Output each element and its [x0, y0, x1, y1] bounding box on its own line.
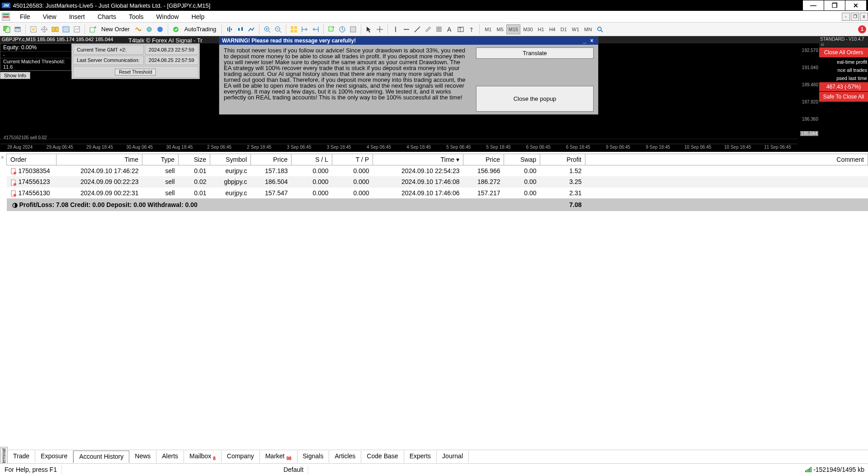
- col-header[interactable]: Time ▾: [373, 154, 463, 165]
- autotrading-icon[interactable]: [171, 24, 181, 34]
- col-header[interactable]: Size: [179, 154, 210, 165]
- timeframe-mn[interactable]: MN: [582, 24, 594, 34]
- col-header[interactable]: Price: [251, 154, 292, 165]
- strategy-tester-icon[interactable]: [72, 24, 82, 34]
- new-order-button[interactable]: New Order: [99, 26, 132, 33]
- mdi-minimize[interactable]: -: [842, 13, 850, 21]
- col-header[interactable]: Symbol: [210, 154, 251, 165]
- timeframe-d1[interactable]: D1: [558, 24, 569, 34]
- line-chart-icon[interactable]: [246, 24, 256, 34]
- navigator-icon[interactable]: [39, 24, 49, 34]
- new-order-icon[interactable]: +: [88, 24, 98, 34]
- arrows-icon[interactable]: [467, 24, 476, 34]
- table-row[interactable]: 1750383542024.09.10 17:46:22sell0.01eurj…: [7, 165, 868, 177]
- document-icon: [10, 179, 17, 186]
- zoom-in-icon[interactable]: [262, 24, 272, 34]
- col-header[interactable]: Price: [463, 154, 504, 165]
- tab-alerts[interactable]: Alerts: [156, 451, 184, 463]
- indicators-icon[interactable]: +: [326, 24, 336, 34]
- time-tick: 30 Aug 18:45: [160, 144, 199, 152]
- metaquotes-icon[interactable]: [133, 24, 143, 34]
- market-icon[interactable]: [155, 24, 165, 34]
- cursor-icon[interactable]: [364, 24, 374, 34]
- statusbar: For Help, press F1 Default -1521949/1495…: [0, 463, 868, 475]
- tab-company[interactable]: Company: [222, 451, 260, 463]
- menu-view[interactable]: View: [37, 13, 63, 20]
- autotrading-button[interactable]: AutoTrading: [182, 26, 219, 33]
- tab-market[interactable]: Market 98: [260, 451, 297, 463]
- col-header[interactable]: S / L: [292, 154, 332, 165]
- popup-minimize-icon[interactable]: _: [581, 38, 588, 44]
- popup-close-icon[interactable]: ×: [588, 38, 595, 44]
- window-minimize-button[interactable]: —: [803, 0, 824, 10]
- timeframe-h1[interactable]: H1: [536, 24, 547, 34]
- tab-trade[interactable]: Trade: [8, 451, 35, 463]
- close-popup-button[interactable]: Close the popup: [476, 86, 594, 112]
- table-row[interactable]: 1745561232024.09.09 00:22:23sell0.02gbpj…: [7, 176, 868, 187]
- col-header[interactable]: Type: [142, 154, 179, 165]
- trendline-icon[interactable]: [412, 24, 422, 34]
- bar-chart-icon[interactable]: [225, 24, 235, 34]
- auto-scroll-icon[interactable]: [311, 24, 321, 34]
- tile-windows-icon[interactable]: [289, 24, 299, 34]
- menu-help[interactable]: Help: [185, 13, 211, 20]
- signals-icon[interactable]: [144, 24, 154, 34]
- templates-icon[interactable]: [348, 24, 358, 34]
- translate-button[interactable]: Translate: [476, 47, 594, 59]
- tab-experts[interactable]: Experts: [404, 451, 437, 463]
- col-header[interactable]: Time: [57, 154, 142, 165]
- fibonacci-icon[interactable]: [434, 24, 444, 34]
- col-header[interactable]: Profit: [540, 154, 585, 165]
- mdi-close[interactable]: x: [860, 13, 868, 21]
- close-all-orders-button[interactable]: Close All Orders: [819, 47, 868, 57]
- notification-badge[interactable]: 1: [858, 25, 866, 33]
- menu-insert[interactable]: Insert: [63, 13, 91, 20]
- safe-close-button[interactable]: Safe To Close All: [819, 92, 868, 102]
- vert-line-icon[interactable]: [391, 24, 401, 34]
- col-header[interactable]: Comment: [585, 154, 868, 165]
- candle-chart-icon[interactable]: [236, 24, 245, 34]
- tab-mailbox[interactable]: Mailbox 8: [184, 451, 222, 463]
- table-row[interactable]: 1745561302024.09.09 00:22:31sell0.01eurj…: [7, 188, 868, 198]
- ea-info-line: eal-time profit: [819, 58, 868, 66]
- crosshair-icon[interactable]: [375, 24, 385, 34]
- text-label-icon[interactable]: T: [456, 24, 466, 34]
- periods-icon[interactable]: [337, 24, 347, 34]
- col-header[interactable]: Order: [7, 154, 57, 165]
- terminal-close-icon[interactable]: ×: [1, 155, 4, 160]
- market-watch-icon[interactable]: [28, 24, 38, 34]
- timeframe-w1[interactable]: W1: [570, 24, 582, 34]
- search-icon[interactable]: [595, 24, 605, 34]
- timeframe-m5[interactable]: M5: [494, 24, 505, 34]
- data-window-icon[interactable]: [50, 24, 60, 34]
- new-chart-icon[interactable]: +: [2, 24, 12, 34]
- terminal-icon[interactable]: [61, 24, 71, 34]
- tab-journal[interactable]: Journal: [437, 451, 469, 463]
- tab-signals[interactable]: Signals: [297, 451, 330, 463]
- time-tick: 28 Aug 2024: [0, 144, 40, 152]
- col-header[interactable]: T / P: [332, 154, 373, 165]
- tab-news[interactable]: News: [129, 451, 156, 463]
- horiz-line-icon[interactable]: [401, 24, 411, 34]
- tab-account-history[interactable]: Account History: [73, 451, 129, 463]
- timeframe-m1[interactable]: M1: [482, 24, 494, 34]
- menu-tools[interactable]: Tools: [123, 13, 150, 20]
- window-maximize-button[interactable]: ❐: [824, 0, 845, 10]
- tab-exposure[interactable]: Exposure: [35, 451, 73, 463]
- zoom-out-icon[interactable]: [273, 24, 283, 34]
- timeframe-m15[interactable]: M15: [506, 24, 520, 34]
- timeframe-h4[interactable]: H4: [547, 24, 558, 34]
- col-header[interactable]: Swap: [504, 154, 540, 165]
- window-close-button[interactable]: ✕: [845, 0, 866, 10]
- timeframe-m30[interactable]: M30: [521, 24, 535, 34]
- text-icon[interactable]: A: [445, 24, 455, 34]
- tab-articles[interactable]: Articles: [329, 451, 361, 463]
- menu-window[interactable]: Window: [150, 13, 185, 20]
- menu-charts[interactable]: Charts: [91, 13, 123, 20]
- equidistant-icon[interactable]: [423, 24, 433, 34]
- mdi-restore[interactable]: ❐: [851, 13, 859, 21]
- tab-code-base[interactable]: Code Base: [361, 451, 404, 463]
- menu-file[interactable]: File: [14, 13, 37, 20]
- profiles-icon[interactable]: [13, 24, 23, 34]
- chart-shift-icon[interactable]: [300, 24, 310, 34]
